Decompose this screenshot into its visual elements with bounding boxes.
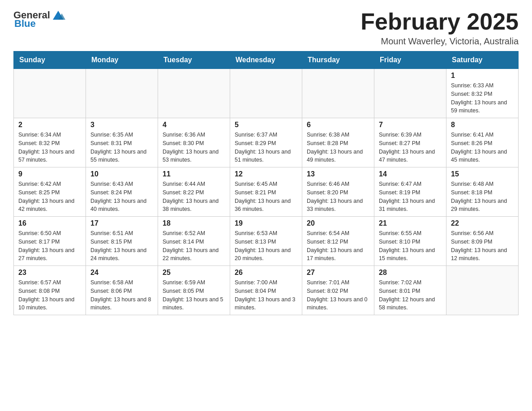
calendar-cell-w3-d3: 11Sunrise: 6:44 AM Sunset: 8:22 PM Dayli… xyxy=(158,167,230,217)
page-header: General Blue February 2025 Mount Waverle… xyxy=(13,9,519,47)
calendar-cell-w3-d1: 9Sunrise: 6:42 AM Sunset: 8:25 PM Daylig… xyxy=(14,167,86,217)
calendar-cell-w3-d5: 13Sunrise: 6:46 AM Sunset: 8:20 PM Dayli… xyxy=(302,167,374,217)
day-info: Sunrise: 6:44 AM Sunset: 8:22 PM Dayligh… xyxy=(163,180,225,214)
calendar-cell-w4-d6: 21Sunrise: 6:55 AM Sunset: 8:10 PM Dayli… xyxy=(374,217,446,266)
header-thursday: Thursday xyxy=(302,51,374,69)
week-row-2: 2Sunrise: 6:34 AM Sunset: 8:32 PM Daylig… xyxy=(14,118,519,167)
calendar-cell-w2-d1: 2Sunrise: 6:34 AM Sunset: 8:32 PM Daylig… xyxy=(14,118,86,167)
day-info: Sunrise: 6:50 AM Sunset: 8:17 PM Dayligh… xyxy=(18,229,81,263)
week-row-4: 16Sunrise: 6:50 AM Sunset: 8:17 PM Dayli… xyxy=(14,217,519,266)
logo-text-blue: Blue xyxy=(14,18,36,30)
day-info: Sunrise: 6:52 AM Sunset: 8:14 PM Dayligh… xyxy=(163,229,225,263)
calendar-cell-w4-d1: 16Sunrise: 6:50 AM Sunset: 8:17 PM Dayli… xyxy=(14,217,86,266)
calendar-cell-w2-d2: 3Sunrise: 6:35 AM Sunset: 8:31 PM Daylig… xyxy=(86,118,158,167)
day-number: 27 xyxy=(307,269,369,277)
calendar-cell-w5-d1: 23Sunrise: 6:57 AM Sunset: 8:08 PM Dayli… xyxy=(14,266,86,315)
day-info: Sunrise: 6:53 AM Sunset: 8:13 PM Dayligh… xyxy=(235,229,297,263)
header-sunday: Sunday xyxy=(14,51,86,69)
calendar-cell-w1-d4 xyxy=(230,69,302,118)
calendar-cell-w5-d2: 24Sunrise: 6:58 AM Sunset: 8:06 PM Dayli… xyxy=(86,266,158,315)
day-number: 17 xyxy=(90,219,153,227)
calendar-cell-w2-d5: 6Sunrise: 6:38 AM Sunset: 8:28 PM Daylig… xyxy=(302,118,374,167)
day-number: 2 xyxy=(18,121,81,129)
day-number: 19 xyxy=(235,219,297,227)
day-info: Sunrise: 7:02 AM Sunset: 8:01 PM Dayligh… xyxy=(379,278,442,312)
day-info: Sunrise: 6:55 AM Sunset: 8:10 PM Dayligh… xyxy=(379,229,442,263)
day-info: Sunrise: 7:00 AM Sunset: 8:04 PM Dayligh… xyxy=(235,278,297,312)
day-number: 16 xyxy=(18,219,81,227)
day-number: 1 xyxy=(451,72,514,80)
logo-icon xyxy=(51,7,65,21)
calendar-cell-w5-d7 xyxy=(446,266,519,315)
day-number: 18 xyxy=(163,219,225,227)
calendar-cell-w5-d6: 28Sunrise: 7:02 AM Sunset: 8:01 PM Dayli… xyxy=(374,266,446,315)
day-number: 4 xyxy=(163,121,225,129)
day-info: Sunrise: 6:34 AM Sunset: 8:32 PM Dayligh… xyxy=(18,131,81,164)
calendar-cell-w5-d3: 25Sunrise: 6:59 AM Sunset: 8:05 PM Dayli… xyxy=(158,266,230,315)
days-header-row: SundayMondayTuesdayWednesdayThursdayFrid… xyxy=(14,51,519,69)
day-number: 9 xyxy=(18,170,81,178)
title-section: February 2025 Mount Waverley, Victoria, … xyxy=(360,9,519,47)
day-info: Sunrise: 6:33 AM Sunset: 8:32 PM Dayligh… xyxy=(451,81,514,115)
day-info: Sunrise: 6:48 AM Sunset: 8:18 PM Dayligh… xyxy=(451,180,514,214)
day-info: Sunrise: 7:01 AM Sunset: 8:02 PM Dayligh… xyxy=(307,278,369,312)
day-info: Sunrise: 6:42 AM Sunset: 8:25 PM Dayligh… xyxy=(18,180,81,214)
day-info: Sunrise: 6:47 AM Sunset: 8:19 PM Dayligh… xyxy=(379,180,442,214)
day-info: Sunrise: 6:51 AM Sunset: 8:15 PM Dayligh… xyxy=(90,229,153,263)
day-info: Sunrise: 6:46 AM Sunset: 8:20 PM Dayligh… xyxy=(307,180,369,214)
month-title: February 2025 xyxy=(360,9,519,34)
day-info: Sunrise: 6:59 AM Sunset: 8:05 PM Dayligh… xyxy=(163,278,225,312)
day-number: 12 xyxy=(235,170,297,178)
day-info: Sunrise: 6:39 AM Sunset: 8:27 PM Dayligh… xyxy=(379,131,442,164)
day-number: 21 xyxy=(379,219,442,227)
day-number: 11 xyxy=(163,170,225,178)
day-number: 14 xyxy=(379,170,442,178)
day-number: 25 xyxy=(163,269,225,277)
calendar-table: SundayMondayTuesdayWednesdayThursdayFrid… xyxy=(13,51,519,315)
day-info: Sunrise: 6:43 AM Sunset: 8:24 PM Dayligh… xyxy=(90,180,153,214)
day-number: 5 xyxy=(235,121,297,129)
calendar-cell-w4-d2: 17Sunrise: 6:51 AM Sunset: 8:15 PM Dayli… xyxy=(86,217,158,266)
calendar-cell-w4-d3: 18Sunrise: 6:52 AM Sunset: 8:14 PM Dayli… xyxy=(158,217,230,266)
calendar-cell-w1-d2 xyxy=(86,69,158,118)
calendar-cell-w1-d7: 1Sunrise: 6:33 AM Sunset: 8:32 PM Daylig… xyxy=(446,69,519,118)
week-row-3: 9Sunrise: 6:42 AM Sunset: 8:25 PM Daylig… xyxy=(14,167,519,217)
week-row-5: 23Sunrise: 6:57 AM Sunset: 8:08 PM Dayli… xyxy=(14,266,519,315)
calendar-cell-w3-d6: 14Sunrise: 6:47 AM Sunset: 8:19 PM Dayli… xyxy=(374,167,446,217)
week-row-1: 1Sunrise: 6:33 AM Sunset: 8:32 PM Daylig… xyxy=(14,69,519,118)
day-info: Sunrise: 6:36 AM Sunset: 8:30 PM Dayligh… xyxy=(163,131,225,164)
calendar-cell-w2-d6: 7Sunrise: 6:39 AM Sunset: 8:27 PM Daylig… xyxy=(374,118,446,167)
calendar-cell-w1-d3 xyxy=(158,69,230,118)
day-info: Sunrise: 6:57 AM Sunset: 8:08 PM Dayligh… xyxy=(18,278,81,312)
header-friday: Friday xyxy=(374,51,446,69)
calendar-cell-w1-d6 xyxy=(374,69,446,118)
calendar-cell-w2-d7: 8Sunrise: 6:41 AM Sunset: 8:26 PM Daylig… xyxy=(446,118,519,167)
calendar-cell-w1-d5 xyxy=(302,69,374,118)
calendar-cell-w3-d4: 12Sunrise: 6:45 AM Sunset: 8:21 PM Dayli… xyxy=(230,167,302,217)
calendar-cell-w2-d4: 5Sunrise: 6:37 AM Sunset: 8:29 PM Daylig… xyxy=(230,118,302,167)
location-title: Mount Waverley, Victoria, Australia xyxy=(360,36,519,47)
day-number: 6 xyxy=(307,121,369,129)
day-number: 24 xyxy=(90,269,153,277)
calendar-cell-w4-d4: 19Sunrise: 6:53 AM Sunset: 8:13 PM Dayli… xyxy=(230,217,302,266)
header-monday: Monday xyxy=(86,51,158,69)
calendar-cell-w5-d4: 26Sunrise: 7:00 AM Sunset: 8:04 PM Dayli… xyxy=(230,266,302,315)
calendar-cell-w3-d2: 10Sunrise: 6:43 AM Sunset: 8:24 PM Dayli… xyxy=(86,167,158,217)
day-info: Sunrise: 6:45 AM Sunset: 8:21 PM Dayligh… xyxy=(235,180,297,214)
day-number: 22 xyxy=(451,219,514,227)
calendar-cell-w1-d1 xyxy=(14,69,86,118)
day-number: 7 xyxy=(379,121,442,129)
calendar-cell-w3-d7: 15Sunrise: 6:48 AM Sunset: 8:18 PM Dayli… xyxy=(446,167,519,217)
day-number: 3 xyxy=(90,121,153,129)
day-info: Sunrise: 6:58 AM Sunset: 8:06 PM Dayligh… xyxy=(90,278,153,312)
day-info: Sunrise: 6:37 AM Sunset: 8:29 PM Dayligh… xyxy=(235,131,297,164)
header-tuesday: Tuesday xyxy=(158,51,230,69)
header-saturday: Saturday xyxy=(446,51,519,69)
day-number: 13 xyxy=(307,170,369,178)
day-number: 15 xyxy=(451,170,514,178)
calendar-cell-w5-d5: 27Sunrise: 7:01 AM Sunset: 8:02 PM Dayli… xyxy=(302,266,374,315)
calendar-cell-w2-d3: 4Sunrise: 6:36 AM Sunset: 8:30 PM Daylig… xyxy=(158,118,230,167)
day-info: Sunrise: 6:38 AM Sunset: 8:28 PM Dayligh… xyxy=(307,131,369,164)
day-info: Sunrise: 6:41 AM Sunset: 8:26 PM Dayligh… xyxy=(451,131,514,164)
day-number: 26 xyxy=(235,269,297,277)
